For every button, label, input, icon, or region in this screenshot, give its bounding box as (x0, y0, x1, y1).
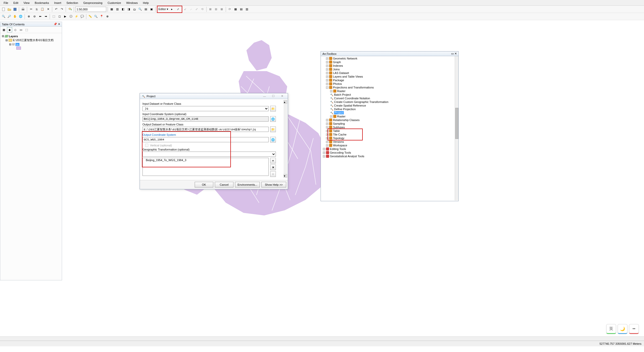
environments-button[interactable]: Environments... (235, 182, 260, 188)
tb-item[interactable]: +Geometric Network (321, 57, 458, 60)
tb-item[interactable]: +Joins (321, 68, 458, 71)
browse-input-cs-button[interactable]: 🌐 (270, 116, 276, 122)
tb-tool-project[interactable]: Project (321, 111, 458, 115)
sketch3-icon[interactable]: ⤢ (194, 7, 199, 12)
output-cs-field[interactable] (142, 137, 269, 142)
toolbox-scrollbar[interactable] (455, 56, 458, 200)
tb-item[interactable]: +Package (321, 78, 458, 82)
toc-datasource[interactable]: ⊟ E:\203江夏智慧水务\01项目文档 (2, 38, 60, 42)
fixed-zoom-in-icon[interactable]: ⊕ (26, 14, 31, 19)
input-dataset-field[interactable]: jq (142, 106, 269, 111)
tb-item[interactable]: +Topology (321, 136, 458, 140)
new-icon[interactable] (1, 7, 6, 12)
tb-item[interactable]: +LAS Dataset (321, 71, 458, 75)
zoom-out-icon[interactable]: 🔎 (7, 14, 12, 19)
paste-icon[interactable]: 📋 (40, 7, 45, 12)
editor-dropdown[interactable]: Editor ▾ (158, 8, 168, 11)
minimize-button[interactable]: — (261, 95, 268, 98)
tb3-icon[interactable]: ◧ (120, 7, 126, 12)
clear-sel-icon[interactable]: ◻ (57, 14, 62, 19)
html-popup-icon[interactable]: 💬 (80, 14, 85, 19)
find-icon[interactable]: 🔍 (93, 14, 99, 19)
menu-insert[interactable]: Insert (51, 1, 64, 5)
toc-list-by-selection-icon[interactable]: ▭ (18, 27, 24, 32)
menu-file[interactable]: File (1, 1, 11, 5)
output-dataset-field[interactable] (142, 127, 269, 132)
tb-item[interactable]: +Sampling (321, 122, 458, 125)
edit-tool-icon[interactable]: ▸ (169, 7, 175, 12)
horizontal-scrollbar[interactable] (0, 336, 644, 341)
tb2-icon[interactable]: ▥ (115, 7, 120, 12)
menu-windows[interactable]: Windows (124, 1, 140, 5)
full-extent-icon[interactable]: 🌐 (18, 14, 23, 19)
show-help-button[interactable]: Show Help >> (261, 182, 286, 188)
tb-item[interactable]: +Graph (321, 60, 458, 64)
print-icon[interactable] (20, 7, 26, 12)
ime-lang-button[interactable]: 英 (606, 324, 616, 334)
edit-tool2-icon[interactable]: ⬈ (176, 7, 181, 12)
next-extent-icon[interactable]: ➡ (43, 14, 48, 19)
snap2-icon[interactable]: ⊟ (214, 7, 219, 12)
trans-item[interactable]: Beijing_1954_To_WGS_1984_3 (144, 159, 267, 162)
tb-proj-raster[interactable]: +Raster (321, 89, 458, 93)
toc-options-icon[interactable]: ⬚ (24, 27, 29, 32)
hyperlink-icon[interactable]: ⚡ (74, 14, 79, 19)
dialog-scrollbar[interactable]: ▴ ▾ (284, 100, 287, 178)
tb-item[interactable]: +Table (321, 129, 458, 133)
sketch2-icon[interactable]: ⟋ (188, 7, 194, 12)
delete-icon[interactable]: ✕ (46, 7, 51, 12)
remove-trans-button[interactable]: ✕ (270, 164, 276, 170)
tb-item[interactable]: +Subtypes (321, 125, 458, 129)
zoom-in-icon[interactable]: 🔍 (1, 14, 6, 19)
menu-geoprocessing[interactable]: Geoprocessing (81, 1, 105, 5)
toc-list-by-visibility-icon[interactable]: ◇ (13, 27, 18, 32)
close-button[interactable]: ✕ (278, 94, 286, 98)
menu-bookmarks[interactable]: Bookmarks (32, 1, 51, 5)
snap3-icon[interactable]: ⊠ (219, 7, 224, 12)
toc-symbol[interactable] (2, 46, 60, 50)
python-icon[interactable]: ▣ (149, 7, 154, 12)
tb-proj-raster2[interactable]: +Raster (321, 115, 458, 118)
ime-mode-button[interactable]: 🌙 (618, 324, 627, 334)
scroll-up-icon[interactable]: ▴ (284, 100, 287, 104)
toc-layers-root[interactable]: ⊟ Layers (2, 34, 60, 38)
undo-icon[interactable]: ↶ (54, 7, 59, 12)
tb-group[interactable]: +Geocoding Tools (321, 151, 458, 154)
tb-item[interactable]: +Photos (321, 82, 458, 86)
tb-item[interactable]: +Indexes (321, 64, 458, 68)
sketch4-icon[interactable]: ⟲ (200, 7, 205, 12)
fixed-zoom-out-icon[interactable]: ⊖ (32, 14, 37, 19)
scale-input[interactable] (75, 7, 106, 12)
pan-icon[interactable]: ✋ (12, 14, 18, 19)
measure-icon[interactable]: 📏 (88, 14, 93, 19)
tb-tool[interactable]: Create Spatial Reference (321, 104, 458, 107)
ime-punct-button[interactable]: •• (629, 324, 639, 334)
attr-icon[interactable]: ⟳ (227, 7, 232, 12)
menu-customize[interactable]: Customize (105, 1, 124, 5)
tb-tool[interactable]: Convert Coordinate Notation (321, 96, 458, 100)
sketch1-icon[interactable]: ↙ (183, 7, 188, 12)
menu-edit[interactable]: Edit (11, 1, 21, 5)
tb-tool[interactable]: Define Projection (321, 107, 458, 111)
catalog-icon[interactable]: 🗂 (132, 7, 137, 12)
tb-tool[interactable]: Batch Project (321, 93, 458, 96)
menu-view[interactable]: View (21, 1, 32, 5)
tb4-icon[interactable]: ◨ (126, 7, 131, 12)
up-trans-button[interactable]: ↑ (270, 171, 276, 177)
add-data-icon[interactable]: + (67, 7, 72, 12)
find-route-icon[interactable]: 📍 (99, 14, 104, 19)
tb-item[interactable]: +Layers and Table Views (321, 75, 458, 78)
cancel-button[interactable]: Cancel (215, 182, 233, 188)
add-trans-button[interactable]: + (270, 158, 276, 163)
copy-icon[interactable]: ⎘ (34, 7, 39, 12)
open-icon[interactable] (7, 7, 12, 12)
toc-list-by-source-icon[interactable]: ◆ (7, 27, 12, 32)
tb-item[interactable]: +Workspace (321, 144, 458, 147)
pointer-icon[interactable]: ▶ (63, 14, 68, 19)
tb-group[interactable]: +Editing Tools (321, 147, 458, 151)
editor-toolbar-icon[interactable]: ▦ (109, 7, 114, 12)
ok-button[interactable]: OK (195, 182, 213, 188)
tb-tool[interactable]: Create Custom Geographic Transformation (321, 100, 458, 104)
browse-output-cs-button[interactable]: 🌐 (270, 137, 276, 143)
maximize-button[interactable]: ☐ (270, 94, 277, 98)
